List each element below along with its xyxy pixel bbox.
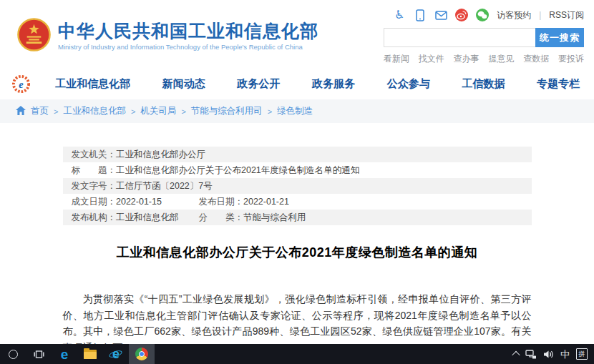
network-icon — [525, 350, 537, 359]
rss-subscribe-link[interactable]: RSS订阅 — [549, 9, 584, 21]
accessibility-icon[interactable]: ♿ — [393, 9, 406, 21]
article-paragraph: 为贯彻落实《“十四五”工业绿色发展规划》，强化绿色制造标杆引领，经申报单位自评价… — [63, 291, 532, 344]
quick-link-files[interactable]: 找文件 — [419, 53, 444, 65]
meta-row-dates: 成文日期：2022-01-15 发布日期：2022-01-21 — [63, 194, 532, 210]
national-emblem-icon — [17, 18, 51, 54]
meta-value: 工业和信息化部办公厅 — [116, 149, 205, 159]
chevron-up-icon — [512, 351, 520, 359]
site-subtitle: Ministry of Industry and Information Tec… — [58, 43, 318, 51]
nav-item-gov-services[interactable]: 政务服务 — [312, 77, 355, 91]
show-hidden-icons-button[interactable] — [513, 344, 519, 364]
taskbar-apps: e e — [0, 344, 155, 364]
meta-label: 发文机关： — [72, 149, 117, 159]
search-bar: 统一搜索 — [384, 28, 584, 47]
meta-label: 发布机构： — [72, 212, 117, 222]
volume-icon — [543, 350, 554, 359]
breadcrumb-green-manufacturing: 绿色制造 — [277, 105, 313, 117]
nav-item-miit[interactable]: 工业和信息化部 — [55, 77, 130, 91]
meta-label: 标 题： — [72, 165, 117, 175]
breadcrumb-miit[interactable]: 工业和信息化部 — [63, 105, 126, 117]
header-icon-row: ♿ 访客预约 | RSS订阅 — [384, 6, 584, 24]
search-button[interactable]: 统一搜索 — [535, 28, 584, 47]
meta-col2: 分 类：节能与综合利用 — [199, 210, 306, 225]
quick-links-row: 看新闻 找文件 查办事 提意见 查数据 要投诉 — [384, 53, 584, 65]
meta-value: 工业和信息化部办公厅关于公布2021年度绿色制造名单的通知 — [116, 165, 359, 175]
chrome-icon — [135, 348, 148, 360]
site-logo[interactable]: 中华人民共和国工业和信息化部 Ministry of Industry and … — [17, 18, 318, 54]
browser-page: 中华人民共和国工业和信息化部 Ministry of Industry and … — [0, 0, 594, 344]
cortana-icon — [9, 350, 18, 359]
network-button[interactable] — [525, 344, 537, 364]
main-nav: e 工业和信息化部 新闻动态 政务公开 政务服务 公众参与 工信数据 专题专栏 — [0, 68, 594, 99]
article-body: 为贯彻落实《“十四五”工业绿色发展规划》，强化绿色制造标杆引领，经申报单位自评价… — [63, 291, 532, 344]
nav-item-public-participation[interactable]: 公众参与 — [387, 77, 430, 91]
breadcrumb-home[interactable]: 首页 — [31, 105, 49, 117]
internet-explorer-button[interactable]: e — [103, 344, 129, 364]
mail-icon[interactable] — [434, 9, 447, 21]
visitor-appointment-link[interactable]: 访客预约 — [497, 9, 531, 21]
breadcrumb-separator: > — [131, 107, 135, 116]
ime-language-indicator[interactable]: 中 — [560, 344, 570, 364]
weibo-icon[interactable] — [455, 9, 468, 21]
meta-value: 工业和信息化部 — [116, 212, 179, 222]
document-content: 发文机关：工业和信息化部办公厅 标 题：工业和信息化部办公厅关于公布2021年度… — [63, 147, 532, 344]
quick-link-complaint[interactable]: 要投诉 — [558, 53, 584, 65]
edge-icon: e — [61, 348, 69, 361]
meta-col2: 发布日期：2022-01-21 — [199, 194, 289, 210]
nav-item-special-columns[interactable]: 专题专栏 — [537, 77, 580, 91]
ime-mode-button[interactable]: 拼 — [576, 344, 588, 364]
search-input[interactable] — [384, 28, 535, 47]
internet-explorer-icon: e — [109, 347, 123, 361]
mobile-icon[interactable] — [414, 9, 427, 21]
nav-item-gov-disclosure[interactable]: 政务公开 — [237, 77, 280, 91]
meta-row-publisher: 发布机构：工业和信息化部 分 类：节能与综合利用 — [63, 210, 532, 225]
meta-label: 成文日期： — [72, 197, 117, 207]
meta-value: 2022-01-15 — [116, 197, 162, 207]
breadcrumb: 首页 > 工业和信息化部 > 机关司局 > 节能与综合利用司 > 绿色制造 — [0, 99, 594, 123]
quick-link-data[interactable]: 查数据 — [523, 53, 549, 65]
system-tray: 中 拼 — [513, 344, 594, 364]
breadcrumb-departments[interactable]: 机关司局 — [140, 105, 176, 117]
nav-item-data[interactable]: 工信数据 — [462, 77, 505, 91]
meta-label: 分 类： — [199, 212, 244, 222]
site-title: 中华人民共和国工业和信息化部 — [58, 21, 318, 41]
ime-mode-icon: 拼 — [576, 348, 588, 360]
task-view-button[interactable] — [26, 344, 52, 364]
site-title-block: 中华人民共和国工业和信息化部 Ministry of Industry and … — [58, 21, 318, 51]
meta-row-title: 标 题：工业和信息化部办公厅关于公布2021年度绿色制造名单的通知 — [63, 162, 532, 178]
meta-row-doc-number: 发文字号：工信厅节函〔2022〕7号 — [63, 178, 532, 194]
breadcrumb-separator: > — [181, 107, 185, 116]
site-header: 中华人民共和国工业和信息化部 Ministry of Industry and … — [0, 0, 594, 68]
header-utilities: ♿ 访客预约 | RSS订阅 统一搜索 — [384, 6, 584, 65]
miit-gear-logo-icon[interactable]: e — [11, 74, 31, 94]
svg-text:e: e — [19, 78, 24, 89]
home-icon — [16, 106, 26, 117]
quick-link-feedback[interactable]: 提意见 — [488, 53, 514, 65]
article-title: 工业和信息化部办公厅关于公布2021年度绿色制造名单的通知 — [63, 244, 532, 261]
file-explorer-icon — [84, 350, 97, 359]
meta-value: 节能与综合利用 — [243, 212, 306, 222]
nav-item-news[interactable]: 新闻动态 — [162, 77, 205, 91]
windows-taskbar: e e 中 拼 — [0, 344, 594, 364]
quick-link-news[interactable]: 看新闻 — [384, 53, 409, 65]
wechat-icon[interactable] — [476, 9, 489, 21]
breadcrumb-energy-dept[interactable]: 节能与综合利用司 — [191, 105, 263, 117]
meta-label: 发布日期： — [199, 197, 244, 207]
document-meta-table: 发文机关：工业和信息化部办公厅 标 题：工业和信息化部办公厅关于公布2021年度… — [63, 147, 532, 225]
meta-label: 发文字号： — [72, 181, 117, 191]
volume-button[interactable] — [543, 344, 554, 364]
cortana-button[interactable] — [0, 344, 26, 364]
breadcrumb-separator: > — [54, 107, 58, 116]
meta-value: 2022-01-21 — [243, 197, 289, 207]
edge-button[interactable]: e — [52, 344, 77, 364]
file-explorer-button[interactable] — [77, 344, 103, 364]
meta-row-issuing-office: 发文机关：工业和信息化部办公厅 — [63, 147, 532, 162]
quick-link-services[interactable]: 查办事 — [454, 53, 479, 65]
header-link-divider: | — [539, 10, 541, 20]
chrome-button[interactable] — [129, 344, 155, 364]
breadcrumb-separator: > — [268, 107, 272, 116]
nav-items: 工业和信息化部 新闻动态 政务公开 政务服务 公众参与 工信数据 专题专栏 — [55, 77, 580, 91]
task-view-icon — [34, 350, 44, 359]
meta-value: 工信厅节函〔2022〕7号 — [116, 181, 213, 191]
